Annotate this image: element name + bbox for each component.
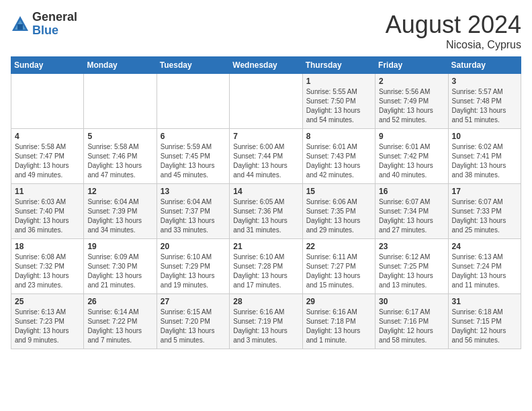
- day-number: 18: [15, 242, 80, 251]
- cell-info: Sunrise: 6:05 AM Sunset: 7:36 PM Dayligh…: [233, 197, 298, 235]
- logo: General Blue: [11, 11, 77, 38]
- cell-info: Sunrise: 5:56 AM Sunset: 7:49 PM Dayligh…: [379, 87, 444, 125]
- day-number: 25: [15, 297, 80, 306]
- cell-info: Sunrise: 6:01 AM Sunset: 7:42 PM Dayligh…: [379, 142, 444, 180]
- cell-info: Sunrise: 6:03 AM Sunset: 7:40 PM Dayligh…: [15, 197, 80, 235]
- weekday-header-row: SundayMondayTuesdayWednesdayThursdayFrid…: [11, 57, 521, 74]
- calendar-cell: 4Sunrise: 5:58 AM Sunset: 7:47 PM Daylig…: [11, 129, 84, 184]
- calendar-week-row: 1Sunrise: 5:55 AM Sunset: 7:50 PM Daylig…: [11, 74, 521, 129]
- cell-info: Sunrise: 5:57 AM Sunset: 7:48 PM Dayligh…: [452, 87, 517, 125]
- calendar-cell: 16Sunrise: 6:07 AM Sunset: 7:34 PM Dayli…: [375, 184, 448, 239]
- calendar-week-row: 4Sunrise: 5:58 AM Sunset: 7:47 PM Daylig…: [11, 129, 521, 184]
- day-number: 15: [306, 187, 371, 196]
- day-number: 23: [379, 242, 444, 251]
- day-number: 24: [452, 242, 517, 251]
- cell-info: Sunrise: 6:10 AM Sunset: 7:29 PM Dayligh…: [161, 253, 226, 290]
- calendar-cell: 2Sunrise: 5:56 AM Sunset: 7:49 PM Daylig…: [375, 74, 448, 129]
- logo-general-text: General: [32, 11, 77, 24]
- cell-info: Sunrise: 5:55 AM Sunset: 7:50 PM Dayligh…: [306, 87, 371, 125]
- calendar-cell: 3Sunrise: 5:57 AM Sunset: 7:48 PM Daylig…: [448, 74, 521, 129]
- day-number: 9: [379, 132, 444, 141]
- day-number: 4: [15, 132, 80, 141]
- cell-info: Sunrise: 6:01 AM Sunset: 7:43 PM Dayligh…: [306, 142, 371, 180]
- day-number: 19: [87, 242, 152, 251]
- cell-info: Sunrise: 6:06 AM Sunset: 7:35 PM Dayligh…: [306, 197, 371, 235]
- day-number: 16: [379, 187, 444, 196]
- calendar-week-row: 25Sunrise: 6:13 AM Sunset: 7:23 PM Dayli…: [11, 294, 521, 349]
- cell-info: Sunrise: 5:59 AM Sunset: 7:45 PM Dayligh…: [161, 142, 226, 180]
- calendar-cell: 30Sunrise: 6:17 AM Sunset: 7:16 PM Dayli…: [375, 294, 448, 349]
- calendar-cell: 15Sunrise: 6:06 AM Sunset: 7:35 PM Dayli…: [302, 184, 375, 239]
- day-number: 17: [452, 187, 517, 196]
- day-number: 3: [452, 77, 517, 86]
- calendar-cell: 19Sunrise: 6:09 AM Sunset: 7:30 PM Dayli…: [84, 239, 157, 294]
- cell-info: Sunrise: 6:00 AM Sunset: 7:44 PM Dayligh…: [233, 142, 298, 180]
- calendar-cell: 17Sunrise: 6:07 AM Sunset: 7:33 PM Dayli…: [448, 184, 521, 239]
- calendar-cell: 23Sunrise: 6:12 AM Sunset: 7:25 PM Dayli…: [375, 239, 448, 294]
- cell-info: Sunrise: 6:04 AM Sunset: 7:37 PM Dayligh…: [161, 197, 226, 235]
- cell-info: Sunrise: 6:04 AM Sunset: 7:39 PM Dayligh…: [87, 197, 152, 235]
- day-number: 21: [233, 242, 298, 251]
- day-number: 11: [15, 187, 80, 196]
- day-number: 31: [452, 297, 517, 306]
- cell-info: Sunrise: 6:13 AM Sunset: 7:24 PM Dayligh…: [452, 253, 517, 290]
- day-number: 6: [161, 132, 226, 141]
- calendar-cell: 26Sunrise: 6:14 AM Sunset: 7:22 PM Dayli…: [84, 294, 157, 349]
- calendar-cell: 5Sunrise: 5:58 AM Sunset: 7:46 PM Daylig…: [84, 129, 157, 184]
- weekday-header-tuesday: Tuesday: [157, 57, 229, 74]
- logo-text: General Blue: [32, 11, 77, 38]
- calendar-cell: [11, 74, 84, 129]
- cell-info: Sunrise: 6:18 AM Sunset: 7:15 PM Dayligh…: [452, 308, 517, 345]
- calendar-cell: 22Sunrise: 6:11 AM Sunset: 7:27 PM Dayli…: [302, 239, 375, 294]
- day-number: 2: [379, 77, 444, 86]
- calendar-cell: 1Sunrise: 5:55 AM Sunset: 7:50 PM Daylig…: [302, 74, 375, 129]
- calendar-cell: 10Sunrise: 6:02 AM Sunset: 7:41 PM Dayli…: [448, 129, 521, 184]
- cell-info: Sunrise: 6:07 AM Sunset: 7:34 PM Dayligh…: [379, 197, 444, 235]
- calendar-cell: 31Sunrise: 6:18 AM Sunset: 7:15 PM Dayli…: [448, 294, 521, 349]
- day-number: 28: [233, 297, 298, 306]
- calendar-cell: 20Sunrise: 6:10 AM Sunset: 7:29 PM Dayli…: [157, 239, 229, 294]
- cell-info: Sunrise: 5:58 AM Sunset: 7:47 PM Dayligh…: [15, 142, 80, 180]
- day-number: 26: [87, 297, 152, 306]
- calendar-cell: 11Sunrise: 6:03 AM Sunset: 7:40 PM Dayli…: [11, 184, 84, 239]
- weekday-header-saturday: Saturday: [448, 57, 521, 74]
- weekday-header-wednesday: Wednesday: [230, 57, 302, 74]
- calendar-cell: 7Sunrise: 6:00 AM Sunset: 7:44 PM Daylig…: [230, 129, 302, 184]
- cell-info: Sunrise: 6:07 AM Sunset: 7:33 PM Dayligh…: [452, 197, 517, 235]
- cell-info: Sunrise: 6:02 AM Sunset: 7:41 PM Dayligh…: [452, 142, 517, 180]
- cell-info: Sunrise: 6:11 AM Sunset: 7:27 PM Dayligh…: [306, 253, 371, 290]
- page-header: General Blue August 2024 Nicosia, Cyprus: [11, 11, 521, 51]
- calendar-cell: 12Sunrise: 6:04 AM Sunset: 7:39 PM Dayli…: [84, 184, 157, 239]
- cell-info: Sunrise: 6:17 AM Sunset: 7:16 PM Dayligh…: [379, 308, 444, 345]
- weekday-header-friday: Friday: [375, 57, 448, 74]
- calendar-table: SundayMondayTuesdayWednesdayThursdayFrid…: [11, 56, 521, 349]
- day-number: 7: [233, 132, 298, 141]
- day-number: 30: [379, 297, 444, 306]
- weekday-header-thursday: Thursday: [302, 57, 375, 74]
- cell-info: Sunrise: 6:12 AM Sunset: 7:25 PM Dayligh…: [379, 253, 444, 290]
- calendar-cell: 14Sunrise: 6:05 AM Sunset: 7:36 PM Dayli…: [230, 184, 302, 239]
- cell-info: Sunrise: 6:10 AM Sunset: 7:28 PM Dayligh…: [233, 253, 298, 290]
- cell-info: Sunrise: 6:16 AM Sunset: 7:19 PM Dayligh…: [233, 308, 298, 345]
- calendar-cell: [230, 74, 302, 129]
- calendar-cell: 24Sunrise: 6:13 AM Sunset: 7:24 PM Dayli…: [448, 239, 521, 294]
- day-number: 27: [161, 297, 226, 306]
- cell-info: Sunrise: 6:16 AM Sunset: 7:18 PM Dayligh…: [306, 308, 371, 345]
- calendar-cell: 29Sunrise: 6:16 AM Sunset: 7:18 PM Dayli…: [302, 294, 375, 349]
- calendar-cell: 28Sunrise: 6:16 AM Sunset: 7:19 PM Dayli…: [230, 294, 302, 349]
- day-number: 20: [161, 242, 226, 251]
- calendar-cell: 8Sunrise: 6:01 AM Sunset: 7:43 PM Daylig…: [302, 129, 375, 184]
- day-number: 13: [161, 187, 226, 196]
- cell-info: Sunrise: 6:14 AM Sunset: 7:22 PM Dayligh…: [87, 308, 152, 345]
- calendar-week-row: 18Sunrise: 6:08 AM Sunset: 7:32 PM Dayli…: [11, 239, 521, 294]
- svg-rect-2: [17, 24, 23, 30]
- calendar-week-row: 11Sunrise: 6:03 AM Sunset: 7:40 PM Dayli…: [11, 184, 521, 239]
- weekday-header-sunday: Sunday: [11, 57, 84, 74]
- day-number: 12: [87, 187, 152, 196]
- calendar-cell: 25Sunrise: 6:13 AM Sunset: 7:23 PM Dayli…: [11, 294, 84, 349]
- title-block: August 2024 Nicosia, Cyprus: [386, 11, 521, 51]
- day-number: 22: [306, 242, 371, 251]
- cell-info: Sunrise: 6:08 AM Sunset: 7:32 PM Dayligh…: [15, 253, 80, 290]
- cell-info: Sunrise: 6:09 AM Sunset: 7:30 PM Dayligh…: [87, 253, 152, 290]
- calendar-cell: 9Sunrise: 6:01 AM Sunset: 7:42 PM Daylig…: [375, 129, 448, 184]
